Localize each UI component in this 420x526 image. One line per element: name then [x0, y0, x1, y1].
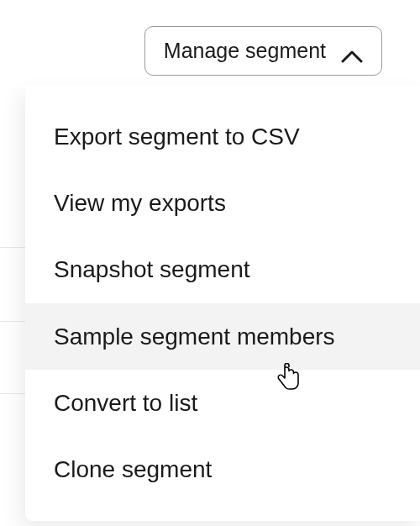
manage-segment-dropdown: Export segment to CSV View my exports Sn…: [25, 85, 420, 521]
chevron-up-icon: [341, 45, 363, 58]
background-separator: [0, 393, 27, 394]
menu-item-convert-to-list[interactable]: Convert to list: [25, 370, 420, 436]
background-separator: [0, 321, 27, 322]
manage-segment-label: Manage segment: [164, 39, 326, 63]
menu-item-export-csv[interactable]: Export segment to CSV: [25, 103, 420, 170]
manage-segment-button[interactable]: Manage segment: [144, 26, 382, 76]
menu-item-sample-members[interactable]: Sample segment members: [25, 303, 420, 370]
menu-item-snapshot-segment[interactable]: Snapshot segment: [25, 236, 420, 302]
menu-item-clone-segment[interactable]: Clone segment: [25, 436, 420, 502]
menu-item-view-exports[interactable]: View my exports: [25, 170, 420, 236]
background-separator: [0, 247, 27, 248]
